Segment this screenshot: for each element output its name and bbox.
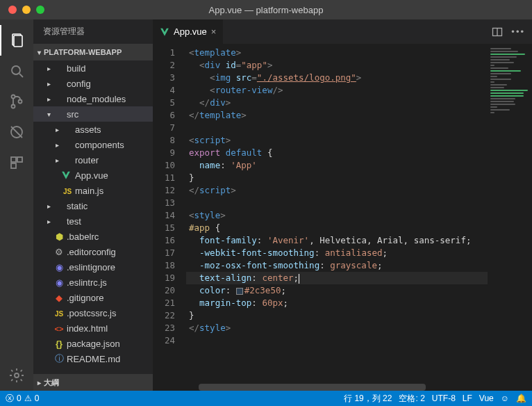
chevron-right-icon: ▸ xyxy=(38,379,41,387)
activity-bar xyxy=(0,19,33,391)
svg-rect-9 xyxy=(11,157,16,162)
file-item[interactable]: <>index.html xyxy=(33,320,153,336)
tree-item-label: node_modules xyxy=(67,94,126,104)
horizontal-scrollbar[interactable] xyxy=(153,384,532,391)
chevron-icon: ▾ xyxy=(44,111,53,118)
folder-item[interactable]: ▸router xyxy=(33,152,153,168)
tab-label: App.vue xyxy=(174,26,207,37)
svg-rect-10 xyxy=(17,157,22,162)
chevron-icon: ▸ xyxy=(44,202,53,210)
tree-item-label: router xyxy=(75,155,99,165)
folder-item[interactable]: ▾src xyxy=(33,106,153,122)
tree-item-label: App.vue xyxy=(75,170,108,181)
svg-point-5 xyxy=(12,105,15,108)
chevron-icon: ▸ xyxy=(44,95,53,103)
tree-item-label: test xyxy=(67,216,81,227)
folder-item[interactable]: ▸node_modules xyxy=(33,91,153,106)
titlebar: App.vue — platform-webapp xyxy=(0,0,532,19)
file-item[interactable]: ⚙.editorconfig xyxy=(33,244,153,259)
chevron-down-icon: ▾ xyxy=(38,49,41,56)
file-icon: ◆ xyxy=(53,293,65,303)
chevron-icon: ▸ xyxy=(53,126,61,133)
sidebar-title: 资源管理器 xyxy=(33,19,153,44)
settings-gear-icon[interactable] xyxy=(0,360,33,391)
chevron-icon: ▸ xyxy=(44,80,53,88)
explorer-sidebar: 资源管理器 ▾ PLATFORM-WEBAPP ▸build▸config▸no… xyxy=(33,19,153,391)
editor-tabs: App.vue × ••• xyxy=(153,19,532,44)
debug-icon[interactable] xyxy=(0,117,33,147)
scrollbar-thumb[interactable] xyxy=(199,384,426,391)
file-icon: {} xyxy=(53,339,65,349)
more-icon[interactable]: ••• xyxy=(511,26,525,37)
warning-icon: ⚠ xyxy=(24,393,32,403)
file-item[interactable]: ◉.eslintignore xyxy=(33,259,153,275)
status-errors[interactable]: ⓧ 0 ⚠ 0 xyxy=(6,393,39,405)
tree-item-label: main.js xyxy=(75,186,103,196)
tree-item-label: static xyxy=(67,201,88,211)
file-icon: <> xyxy=(53,323,65,334)
tree-item-label: config xyxy=(67,79,91,89)
file-item[interactable]: App.vue xyxy=(33,168,153,183)
tab-app-vue[interactable]: App.vue × xyxy=(153,19,224,44)
status-cursor[interactable]: 行 19，列 22 xyxy=(344,393,392,405)
close-icon[interactable]: × xyxy=(211,26,217,37)
status-encoding[interactable]: UTF-8 xyxy=(432,393,456,403)
status-eol[interactable]: LF xyxy=(463,393,472,403)
error-icon: ⓧ xyxy=(6,393,14,405)
status-indent[interactable]: 空格: 2 xyxy=(399,393,424,405)
feedback-icon[interactable]: ☺ xyxy=(501,393,509,403)
chevron-icon: ▸ xyxy=(53,156,61,164)
notifications-icon[interactable]: 🔔 xyxy=(516,393,526,403)
file-item[interactable]: JS.postcssrc.js xyxy=(33,305,153,320)
window-title: App.vue — platform-webapp xyxy=(0,5,532,15)
file-icon: JS xyxy=(61,186,74,196)
chevron-icon: ▸ xyxy=(44,65,53,72)
folder-item[interactable]: ▸config xyxy=(33,76,153,91)
tree-item-label: index.html xyxy=(67,323,108,334)
svg-rect-1 xyxy=(14,35,22,47)
project-section-header[interactable]: ▾ PLATFORM-WEBAPP xyxy=(33,44,153,60)
svg-point-12 xyxy=(15,373,19,377)
chevron-icon: ▸ xyxy=(44,218,53,225)
explorer-icon[interactable] xyxy=(0,25,33,56)
tree-item-label: build xyxy=(67,63,85,74)
svg-line-3 xyxy=(19,74,23,77)
line-gutter: 123456789101112131415161718192021222324 xyxy=(153,44,183,384)
file-item[interactable]: ⬢.babelrc xyxy=(33,229,153,244)
file-item[interactable]: ⓘREADME.md xyxy=(33,351,153,366)
file-item[interactable]: JSmain.js xyxy=(33,183,153,198)
tree-item-label: components xyxy=(75,140,124,150)
file-tree: ▸build▸config▸node_modules▾src▸assets▸co… xyxy=(33,60,153,374)
folder-item[interactable]: ▸components xyxy=(33,137,153,152)
outline-section-header[interactable]: ▸ 大綱 xyxy=(33,374,153,391)
svg-point-6 xyxy=(19,100,22,104)
file-item[interactable]: ◉.eslintrc.js xyxy=(33,275,153,290)
tree-item-label: .editorconfig xyxy=(67,247,116,257)
file-item[interactable]: {}package.json xyxy=(33,336,153,351)
tree-item-label: .eslintrc.js xyxy=(67,277,107,288)
tree-item-label: src xyxy=(67,109,78,120)
folder-item[interactable]: ▸build xyxy=(33,60,153,76)
file-icon: JS xyxy=(53,308,65,318)
folder-item[interactable]: ▸test xyxy=(33,213,153,229)
tree-item-label: .babelrc xyxy=(67,232,99,242)
file-icon xyxy=(61,170,74,180)
minimap[interactable] xyxy=(488,44,532,384)
outline-label: 大綱 xyxy=(44,377,59,388)
folder-item[interactable]: ▸static xyxy=(33,198,153,213)
extensions-icon[interactable] xyxy=(0,147,33,178)
tree-item-label: .eslintignore xyxy=(67,262,115,273)
tree-item-label: assets xyxy=(75,124,101,135)
search-icon[interactable] xyxy=(0,56,33,86)
status-language[interactable]: Vue xyxy=(479,393,494,403)
tree-item-label: package.json xyxy=(67,339,120,349)
project-name: PLATFORM-WEBAPP xyxy=(44,48,122,56)
source-control-icon[interactable] xyxy=(0,86,33,117)
split-editor-icon[interactable] xyxy=(492,26,503,38)
file-item[interactable]: ◆.gitignore xyxy=(33,290,153,305)
code-editor[interactable]: <template> <div id="app"> <img src="./as… xyxy=(183,44,488,384)
folder-item[interactable]: ▸assets xyxy=(33,122,153,137)
tree-item-label: .postcssrc.js xyxy=(67,308,117,318)
vue-icon xyxy=(160,27,169,37)
status-bar: ⓧ 0 ⚠ 0 行 19，列 22 空格: 2 UTF-8 LF Vue ☺ 🔔 xyxy=(0,391,532,406)
